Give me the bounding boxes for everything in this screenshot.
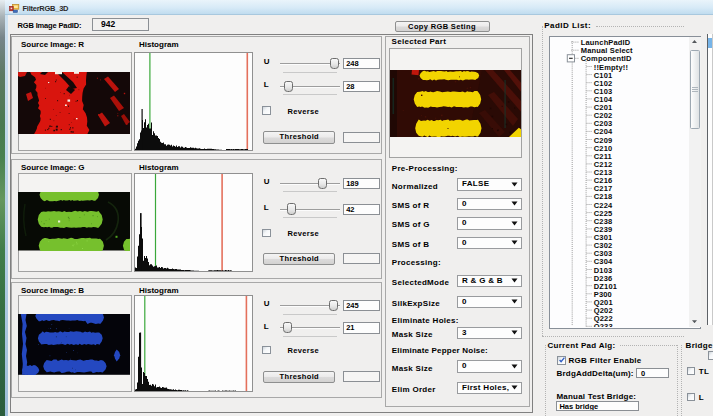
svg-text:Q233: Q233 [593, 322, 612, 327]
